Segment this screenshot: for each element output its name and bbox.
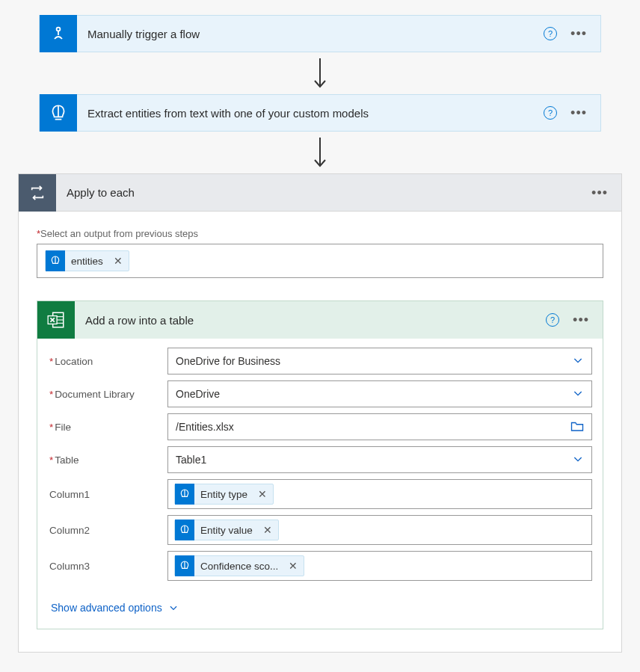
folder-icon[interactable] bbox=[570, 420, 584, 434]
document-library-label: *Document Library bbox=[48, 389, 167, 400]
column2-input[interactable]: Entity value ✕ bbox=[167, 515, 592, 545]
column1-input[interactable]: Entity type ✕ bbox=[167, 479, 592, 509]
step-title: Extract entities from text with one of y… bbox=[77, 107, 544, 120]
ai-token-icon bbox=[175, 555, 194, 576]
more-icon[interactable]: ••• bbox=[570, 106, 587, 120]
add-row-action: Add a row into a table ? ••• *Location O… bbox=[37, 300, 603, 629]
more-icon[interactable]: ••• bbox=[591, 186, 608, 200]
column3-input[interactable]: Confidence sco... ✕ bbox=[167, 551, 592, 581]
ai-token-icon bbox=[175, 520, 194, 540]
step-extract[interactable]: Extract entities from text with one of y… bbox=[39, 94, 601, 132]
help-icon[interactable]: ? bbox=[546, 313, 559, 327]
file-picker[interactable]: /Entities.xlsx bbox=[167, 413, 592, 440]
table-label: *Table bbox=[48, 454, 167, 466]
table-dropdown[interactable]: Table1 bbox=[167, 446, 592, 473]
column1-label: Column1 bbox=[48, 489, 167, 500]
chevron-down-icon bbox=[572, 354, 584, 369]
remove-token-icon[interactable]: ✕ bbox=[252, 488, 273, 500]
ai-builder-icon bbox=[40, 94, 77, 132]
column3-label: Column3 bbox=[48, 561, 167, 572]
ai-token-icon bbox=[46, 250, 65, 271]
excel-icon bbox=[37, 301, 75, 339]
more-icon[interactable]: ••• bbox=[573, 313, 589, 327]
step-title: Apply to each bbox=[56, 186, 591, 199]
remove-token-icon[interactable]: ✕ bbox=[108, 255, 129, 267]
chevron-down-icon bbox=[168, 602, 179, 613]
chevron-down-icon bbox=[572, 387, 584, 401]
help-icon[interactable]: ? bbox=[544, 27, 557, 40]
ai-token-icon bbox=[175, 484, 194, 505]
more-icon[interactable]: ••• bbox=[570, 27, 587, 40]
flow-canvas: Manually trigger a flow ? ••• Extract en… bbox=[0, 15, 640, 653]
document-library-dropdown[interactable]: OneDrive bbox=[167, 380, 592, 407]
connector-arrow bbox=[0, 52, 640, 94]
trigger-icon bbox=[40, 15, 77, 52]
apply-to-each-container: Apply to each ••• *Select an output from… bbox=[18, 173, 622, 653]
apply-to-each-header[interactable]: Apply to each ••• bbox=[19, 174, 621, 212]
token-entity-type[interactable]: Entity type ✕ bbox=[174, 484, 274, 505]
add-row-header[interactable]: Add a row into a table ? ••• bbox=[37, 301, 603, 339]
token-entities[interactable]: entities ✕ bbox=[45, 250, 129, 271]
column2-label: Column2 bbox=[48, 525, 167, 536]
show-advanced-options-link[interactable]: Show advanced options bbox=[51, 602, 179, 614]
remove-token-icon[interactable]: ✕ bbox=[257, 524, 278, 536]
token-entity-value[interactable]: Entity value ✕ bbox=[174, 520, 279, 540]
chevron-down-icon bbox=[572, 453, 584, 467]
step-trigger[interactable]: Manually trigger a flow ? ••• bbox=[39, 15, 601, 52]
output-label: *Select an output from previous steps bbox=[37, 228, 603, 239]
output-from-previous-steps-input[interactable]: entities ✕ bbox=[37, 244, 603, 278]
loop-icon bbox=[19, 174, 56, 212]
help-icon[interactable]: ? bbox=[544, 106, 557, 120]
connector-arrow bbox=[0, 132, 640, 173]
remove-token-icon[interactable]: ✕ bbox=[283, 560, 304, 572]
token-confidence-score[interactable]: Confidence sco... ✕ bbox=[174, 555, 304, 576]
location-dropdown[interactable]: OneDrive for Business bbox=[167, 348, 592, 374]
svg-point-0 bbox=[57, 28, 61, 31]
file-label: *File bbox=[48, 422, 167, 433]
step-title: Add a row into a table bbox=[75, 314, 546, 327]
location-label: *Location bbox=[48, 356, 167, 367]
step-title: Manually trigger a flow bbox=[77, 28, 544, 40]
